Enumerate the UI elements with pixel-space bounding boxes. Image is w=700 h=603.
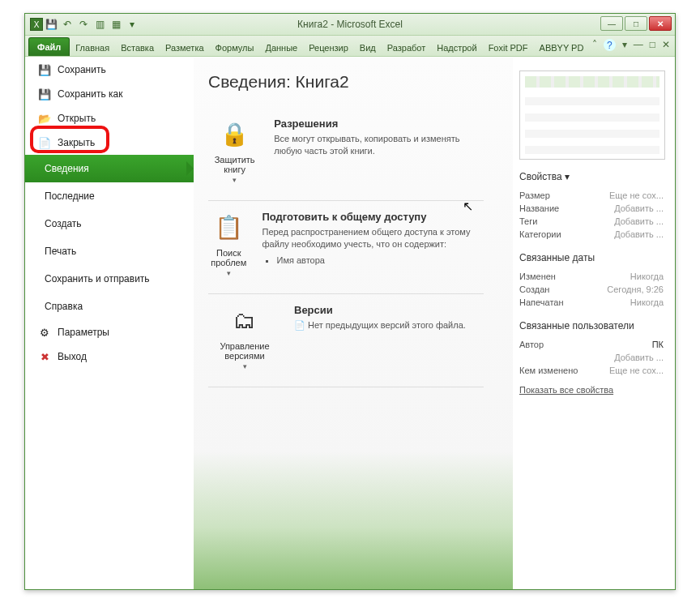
section-title: Подготовить к общему доступу xyxy=(262,211,484,223)
tab-layout[interactable]: Разметка xyxy=(160,40,210,56)
prop-author: АвторПК xyxy=(519,338,664,351)
prop-printed: НапечатанНикогда xyxy=(519,296,664,309)
backstage-content: 💾 Сохранить 💾 Сохранить как 📂 Открыть 📄 … xyxy=(25,58,675,589)
dropdown-icon: ▾ xyxy=(243,362,247,370)
bullet-item: Имя автора xyxy=(276,254,484,267)
prop-lastmod-by: Кем измененоЕще не сох... xyxy=(519,364,664,377)
tab-insert[interactable]: Вставка xyxy=(115,40,160,56)
qat-more1-icon[interactable]: ▥ xyxy=(92,16,108,32)
excel-window: X 💾 ↶ ↷ ▥ ▦ ▾ Книга2 - Microsoft Excel —… xyxy=(24,13,676,590)
prop-categories[interactable]: КатегорииДобавить ... xyxy=(519,228,664,241)
qat-undo-icon[interactable]: ↶ xyxy=(59,16,75,32)
sidebar-open[interactable]: 📂 Открыть xyxy=(25,106,194,130)
section-permissions: 🔒 Защитить книгу ▾ Разрешения Все могут … xyxy=(208,108,484,201)
ribbon-right-controls: ˄ ? ▾ — □ ✕ xyxy=(592,39,670,51)
app-icon: X xyxy=(30,18,43,31)
sidebar-recent[interactable]: Последние xyxy=(25,182,194,210)
prop-tags[interactable]: ТегиДобавить ... xyxy=(519,215,664,228)
prepare-description: Подготовить к общему доступу Перед распр… xyxy=(262,211,484,277)
sidebar-label: Выход xyxy=(58,351,87,362)
ribbon-tabs: Файл Главная Вставка Разметка Формулы Да… xyxy=(25,36,675,57)
protect-workbook-button[interactable]: 🔒 Защитить книгу ▾ xyxy=(208,118,261,184)
sidebar-label: Закрыть xyxy=(58,137,95,148)
sidebar-save-as[interactable]: 💾 Сохранить как xyxy=(25,82,194,106)
section-text: 📄 Нет предыдущих версий этого файла. xyxy=(294,319,466,331)
sidebar-help[interactable]: Справка xyxy=(25,293,194,320)
manage-versions-button[interactable]: 🗂 Управление версиями ▾ xyxy=(208,304,281,370)
sidebar-exit[interactable]: ✖ Выход xyxy=(25,344,194,369)
show-all-properties-link[interactable]: Показать все свойства xyxy=(519,385,613,395)
section-text: Перед распространением общего доступа к … xyxy=(262,226,484,251)
tab-foxit[interactable]: Foxit PDF xyxy=(483,40,534,56)
doc-icon: 📄 xyxy=(294,320,305,330)
workbook-restore-icon[interactable]: □ xyxy=(650,39,655,51)
backstage-sidebar: 💾 Сохранить 💾 Сохранить как 📂 Открыть 📄 … xyxy=(25,58,194,589)
window-controls: — □ ✕ xyxy=(600,16,672,31)
check-issues-button[interactable]: 📋 Поиск проблем ▾ xyxy=(208,211,249,277)
ribbon-down-icon[interactable]: ▾ xyxy=(622,39,627,51)
sidebar-info[interactable]: Сведения xyxy=(25,155,194,182)
tab-addins[interactable]: Надстрой xyxy=(431,40,482,56)
properties-panel: Свойства ▾ РазмерЕще не сох... НазваниеД… xyxy=(513,58,675,589)
prop-modified: ИзмененНикогда xyxy=(519,270,664,283)
ribbon-up-icon[interactable]: ˄ xyxy=(592,39,597,51)
button-label: Управление версиями xyxy=(208,341,281,361)
close-button[interactable]: ✕ xyxy=(649,16,672,31)
save-as-icon: 💾 xyxy=(38,88,51,100)
qat-save-icon[interactable]: 💾 xyxy=(43,16,59,32)
close-doc-icon: 📄 xyxy=(38,136,51,149)
users-header: Связанные пользователи xyxy=(519,320,664,331)
sidebar-label: Создать xyxy=(45,218,82,229)
properties-header[interactable]: Свойства ▾ xyxy=(519,171,664,182)
help-icon[interactable]: ? xyxy=(604,39,616,51)
tab-abbyy[interactable]: ABBYY PD xyxy=(534,40,590,56)
versions-description: Версии 📄 Нет предыдущих версий этого фай… xyxy=(294,304,466,370)
backstage-main: Сведения: Книга2 🔒 Защитить книгу ▾ Разр… xyxy=(194,58,513,589)
qat-dropdown-icon[interactable]: ▾ xyxy=(124,16,140,32)
sidebar-label: Открыть xyxy=(58,113,96,124)
thumbnail-preview xyxy=(519,71,665,160)
clipboard-icon: 📋 xyxy=(209,211,248,243)
sidebar-save[interactable]: 💾 Сохранить xyxy=(25,58,194,82)
sidebar-print[interactable]: Печать xyxy=(25,237,194,265)
mouse-cursor-icon: ↖ xyxy=(463,199,473,214)
prop-size: РазмерЕще не сох... xyxy=(519,189,664,202)
exit-icon: ✖ xyxy=(38,350,51,363)
sidebar-label: Сохранить xyxy=(58,64,106,75)
sidebar-share[interactable]: Сохранить и отправить xyxy=(25,265,194,293)
save-icon: 💾 xyxy=(38,63,51,76)
sidebar-label: Печать xyxy=(45,246,76,257)
tab-data[interactable]: Данные xyxy=(259,40,303,56)
tab-file[interactable]: Файл xyxy=(28,37,70,56)
title-bar: X 💾 ↶ ↷ ▥ ▦ ▾ Книга2 - Microsoft Excel —… xyxy=(25,14,675,36)
sidebar-label: Сохранить как xyxy=(58,88,122,100)
section-versions: 🗂 Управление версиями ▾ Версии 📄 Нет пре… xyxy=(208,294,484,387)
tab-formulas[interactable]: Формулы xyxy=(210,40,260,56)
minimize-button[interactable]: — xyxy=(600,16,623,31)
button-label: Защитить книгу xyxy=(208,155,261,174)
workbook-close-icon[interactable]: ✕ xyxy=(662,39,670,51)
tab-view[interactable]: Вид xyxy=(354,40,382,56)
tab-home[interactable]: Главная xyxy=(70,40,115,56)
sidebar-close[interactable]: 📄 Закрыть xyxy=(25,130,194,155)
section-title: Версии xyxy=(294,304,466,316)
sidebar-options[interactable]: ⚙ Параметры xyxy=(25,320,194,344)
workbook-min-icon[interactable]: — xyxy=(634,39,643,51)
prop-title[interactable]: НазваниеДобавить ... xyxy=(519,202,664,215)
section-title: Разрешения xyxy=(274,118,484,130)
sidebar-label: Параметры xyxy=(58,327,109,338)
sidebar-label: Последние xyxy=(45,190,95,202)
folder-search-icon: 🗂 xyxy=(225,304,264,336)
maximize-button[interactable]: □ xyxy=(625,16,647,31)
tab-developer[interactable]: Разработ xyxy=(382,40,431,56)
section-prepare: 📋 Поиск проблем ▾ Подготовить к общему д… xyxy=(208,201,484,294)
sidebar-label: Сохранить и отправить xyxy=(45,273,150,284)
open-icon: 📂 xyxy=(38,112,51,125)
qat-redo-icon[interactable]: ↷ xyxy=(75,16,92,32)
dropdown-icon: ▾ xyxy=(233,176,237,184)
sidebar-new[interactable]: Создать xyxy=(25,210,194,237)
qat-more2-icon[interactable]: ▦ xyxy=(108,16,124,32)
prop-add-author[interactable]: Добавить ... xyxy=(519,351,664,364)
page-title: Сведения: Книга2 xyxy=(208,72,500,92)
tab-review[interactable]: Рецензир xyxy=(303,40,354,56)
